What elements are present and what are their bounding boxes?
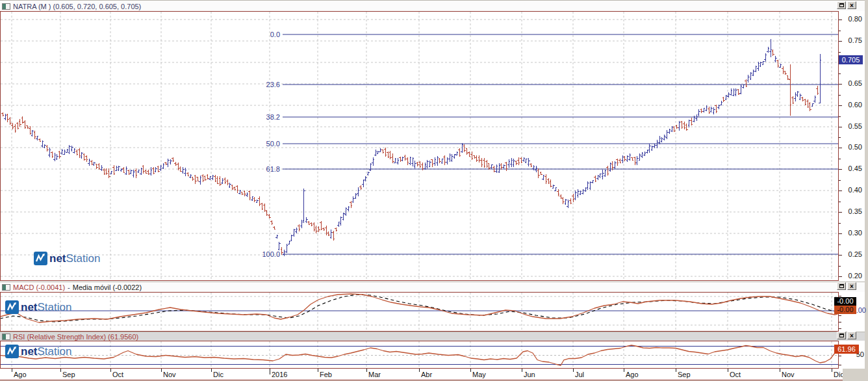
- time-axis-label: Nov: [782, 371, 795, 378]
- restore-button[interactable]: [837, 1, 846, 9]
- price-axis-label: 0.45: [840, 164, 862, 173]
- macd-plot-area[interactable]: [0, 292, 839, 332]
- axis-minor-tick: [839, 31, 841, 31]
- time-axis-label: Mar: [368, 371, 381, 378]
- time-axis-label: Abr: [421, 371, 432, 378]
- axis-tick: [839, 328, 841, 329]
- price-panel-title: NATRA (M ) (0.605, 0.720, 0.605, 0.705): [13, 3, 141, 10]
- netstation-logo-icon: [5, 300, 19, 314]
- axis-tick: [839, 169, 842, 170]
- netstation-watermark: netStation: [5, 300, 71, 314]
- price-axis-label: 0.75: [840, 36, 862, 45]
- chart-series-icon[interactable]: [2, 284, 10, 291]
- time-axis-label: Sep: [678, 371, 691, 378]
- axis-tick: [839, 276, 842, 277]
- logo-text-net: net: [49, 252, 66, 265]
- logo-text-station: Station: [38, 345, 72, 358]
- axis-tick: [839, 255, 842, 256]
- axis-tick: [839, 127, 842, 127]
- chart-series-icon[interactable]: [2, 334, 10, 340]
- time-axis-label: 2016: [272, 371, 287, 378]
- price-axis-label: 0.20: [840, 272, 862, 280]
- close-button[interactable]: ×: [847, 282, 856, 290]
- time-axis-label: Ago: [14, 371, 27, 378]
- netstation-watermark: netStation: [34, 252, 100, 265]
- close-button[interactable]: ×: [847, 332, 856, 339]
- rsi-value-badge: 61.96: [834, 345, 859, 354]
- time-axis-label: Ago: [626, 371, 639, 378]
- price-axis-label: 0.65: [840, 79, 862, 88]
- time-axis-tick: [832, 369, 832, 372]
- time-axis-tick: [573, 369, 574, 372]
- close-icon: ×: [850, 283, 854, 289]
- close-icon: ×: [850, 332, 854, 338]
- axis-minor-tick: [839, 202, 841, 202]
- time-axis-tick: [211, 369, 212, 372]
- axis-minor-tick: [839, 180, 841, 181]
- axis-tick: [839, 20, 842, 20]
- time-axis-label: Nov: [163, 371, 176, 378]
- time-axis-tick: [676, 369, 676, 372]
- time-axis-label: Jul: [575, 371, 584, 378]
- restore-button[interactable]: [837, 282, 846, 290]
- rsi-panel-header: RSI (Relative Strength Index) (61.9560): [0, 332, 865, 341]
- axis-minor-tick: [839, 159, 841, 159]
- axis-tick: [839, 148, 842, 148]
- svg-text:61.8: 61.8: [266, 165, 280, 173]
- restore-icon: [839, 284, 844, 288]
- macd-signal-value-badge: -0.00: [834, 297, 856, 306]
- time-axis-label: Sep: [62, 371, 75, 378]
- svg-text:0.0: 0.0: [270, 31, 280, 38]
- axis-minor-tick: [839, 244, 841, 245]
- price-axis-label: 0.35: [840, 207, 862, 216]
- time-axis-tick: [470, 369, 471, 372]
- price-axis-label: 0.40: [840, 186, 862, 194]
- time-axis-tick: [419, 369, 420, 372]
- time-axis-label: Dic: [213, 371, 223, 378]
- price-axis[interactable]: 0.800.750.700.650.600.550.500.450.400.35…: [839, 11, 865, 281]
- time-axis-tick: [110, 369, 111, 372]
- macd-title: MACD (-0.0041): [13, 283, 65, 291]
- price-axis-label: 0.50: [840, 143, 862, 151]
- axis-tick: [839, 233, 842, 234]
- restore-icon: [839, 3, 844, 7]
- svg-text:38.2: 38.2: [266, 113, 280, 121]
- time-axis[interactable]: AgoSepOctNovDic2016FebMarAbrMayJunJulAgo…: [0, 369, 843, 380]
- time-axis-tick: [12, 369, 12, 372]
- rsi-plot-area[interactable]: [0, 341, 839, 369]
- logo-text-net: net: [21, 301, 38, 313]
- price-axis-label: 0.25: [840, 250, 862, 259]
- axis-minor-tick: [839, 95, 841, 96]
- close-button[interactable]: ×: [847, 1, 856, 9]
- price-plot-area[interactable]: 0.023.638.250.061.8100.0: [0, 11, 839, 281]
- macd-signal-title: Media móvil (-0.0022): [73, 283, 142, 291]
- netstation-logo-icon: [5, 345, 19, 358]
- restore-button[interactable]: [837, 332, 846, 339]
- time-axis-label: May: [472, 371, 486, 378]
- macd-panel-header: MACD (-0.0041) - Media móvil (-0.0022): [0, 282, 865, 293]
- price-axis-label: 0.55: [840, 122, 862, 131]
- svg-text:23.6: 23.6: [266, 81, 280, 88]
- axis-minor-tick: [839, 116, 841, 117]
- time-axis-tick: [318, 369, 318, 372]
- axis-tick: [839, 41, 842, 42]
- time-axis-tick: [161, 369, 162, 372]
- axis-tick: [839, 212, 842, 213]
- last-price-badge: 0.705: [839, 55, 863, 64]
- netstation-watermark: netStation: [5, 345, 71, 358]
- axis-minor-tick: [839, 73, 841, 74]
- axis-tick: [839, 365, 841, 365]
- logo-text-station: Station: [66, 252, 101, 265]
- logo-text-station: Station: [38, 301, 72, 313]
- time-axis-tick: [60, 369, 61, 372]
- chart-series-icon[interactable]: [2, 3, 10, 10]
- macd-value-badge: -0.00: [834, 306, 856, 314]
- axis-tick: [839, 105, 842, 106]
- time-axis-tick: [522, 369, 522, 372]
- axis-tick: [839, 356, 841, 356]
- time-axis-tick: [728, 369, 728, 372]
- axis-minor-tick: [839, 266, 841, 267]
- axis-minor-tick: [839, 223, 841, 224]
- price-axis-label: 0.60: [840, 101, 862, 109]
- time-axis-label: Oct: [730, 371, 741, 378]
